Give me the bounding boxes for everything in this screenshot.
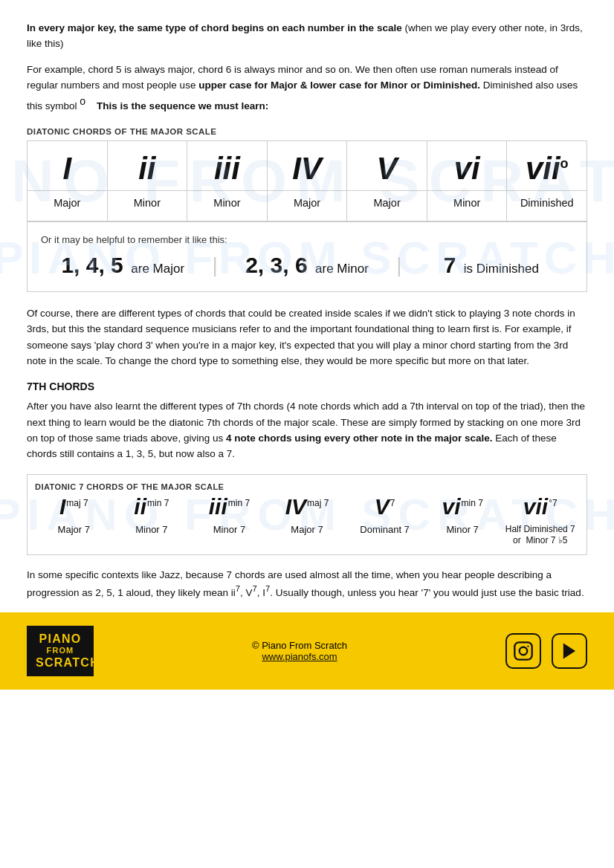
roman-label-4: Major <box>268 191 348 221</box>
seventh-names-row: Major 7 Minor 7 Minor 7 Major 7 Dominant… <box>35 521 579 553</box>
roman-cell-1: I <box>28 141 108 190</box>
hint-minor-type: are Minor <box>315 262 369 276</box>
body-paragraph-2: After you have also learnt the different… <box>27 398 587 461</box>
roman-label-5: Major <box>347 191 427 221</box>
footer-copyright: © Piano From Scratch <box>252 640 347 651</box>
intro-bold-2: upper case for Major & lower case for Mi… <box>198 80 480 91</box>
instagram-icon[interactable] <box>505 633 541 669</box>
roman-label-3: Minor <box>187 191 268 221</box>
hint-major-numbers: 1, 4, 5 <box>61 253 123 277</box>
intro-line2-end: This is the sequence we must learn: <box>97 100 268 111</box>
seventh-roman-vi: vimin 7 <box>442 496 482 518</box>
seventh-numerals-row: Imaj 7 iimin 7 iiimin 7 IVmaj 7 V7 vimin… <box>35 496 579 521</box>
hint-major-type: are Major <box>131 262 184 276</box>
roman-numerals-row: I ii iii IV V vi viio <box>28 141 586 191</box>
logo-scratch: SCRATCH <box>36 655 85 670</box>
seventh-item-3: iiimin 7 <box>190 496 268 518</box>
seventh-section-label: DIATONIC 7 CHORDS OF THE MAJOR SCALE <box>35 482 579 491</box>
hint-minor-numbers: 2, 3, 6 <box>245 253 307 277</box>
seventh-name-1: Major 7 <box>35 524 113 547</box>
intro-bold-1: In every major key, the same type of cho… <box>27 22 402 33</box>
youtube-icon[interactable] <box>552 633 587 669</box>
roman-cell-7: viio <box>507 141 586 190</box>
footnote-paragraph: In some specific contexts like Jazz, bec… <box>27 567 587 612</box>
roman-label-2: Minor <box>108 191 188 221</box>
svg-rect-0 <box>514 642 531 659</box>
seventh-name-7: Half Diminished 7or Minor 7 ♭5 <box>501 524 579 547</box>
footer-center: © Piano From Scratch www.pianofs.com <box>252 640 347 662</box>
seventh-item-4: IVmaj 7 <box>268 496 346 518</box>
seventh-roman-IV: IVmaj 7 <box>285 496 329 518</box>
seventh-sup-1: maj 7 <box>66 498 88 508</box>
footer-website-link[interactable]: www.pianofs.com <box>262 651 337 662</box>
roman-labels-row: Major Minor Minor Major Major Minor Dimi… <box>28 191 586 221</box>
footer-logo: PIANO FROM SCRATCH <box>27 626 94 676</box>
seventh-item-1: Imaj 7 <box>35 496 113 518</box>
roman-numeral-vii: viio <box>526 151 569 186</box>
hint-title: Or it may be helpful to remember it like… <box>41 234 573 245</box>
seventh-name-6: Minor 7 <box>424 524 502 547</box>
seventh-chords-header: 7TH CHORDS <box>27 380 587 392</box>
roman-cell-6: vi <box>427 141 508 190</box>
roman-numeral-V: V <box>377 151 398 186</box>
svg-point-2 <box>527 645 529 647</box>
roman-cell-4: IV <box>268 141 348 190</box>
seventh-name-2: Minor 7 <box>113 524 191 547</box>
roman-numeral-IV: IV <box>292 151 322 186</box>
diminished-symbol: o <box>80 95 85 107</box>
seventh-sup-5: 7 <box>390 498 395 508</box>
body2-bold: 4 note chords using every other note in … <box>226 433 493 444</box>
hint-separator-2: | <box>396 253 401 277</box>
roman-numeral-vi: vi <box>454 151 480 186</box>
body-paragraph-1: Of course, there are different types of … <box>27 305 587 369</box>
seventh-roman-I: Imaj 7 <box>59 496 88 518</box>
seventh-roman-V: V7 <box>375 496 395 518</box>
intro-paragraph-2: For example, chord 5 is always major, ch… <box>27 62 587 114</box>
footer-website: www.pianofs.com <box>252 651 347 662</box>
seventh-item-7: vii°7 <box>501 496 579 518</box>
seventh-sup-7: °7 <box>549 498 557 508</box>
hint-dim-number: 7 <box>444 253 456 277</box>
hint-group-diminished: 7 is Diminished <box>410 253 573 278</box>
roman-numeral-I: I <box>62 151 71 186</box>
roman-cell-2: ii <box>108 141 188 190</box>
seventh-sup-3: min 7 <box>228 498 250 508</box>
hint-separator-1: | <box>212 253 217 277</box>
logo-piano: PIANO <box>36 632 85 646</box>
seventh-sup-2: min 7 <box>147 498 169 508</box>
seventh-chords-box: PIANO FROM SCRATCH DIATONIC 7 CHORDS OF … <box>27 474 587 555</box>
hint-box: PIANO FROM SCRATCH Or it may be helpful … <box>27 221 587 292</box>
footer: PIANO FROM SCRATCH © Piano From Scratch … <box>0 612 614 690</box>
svg-marker-3 <box>563 643 575 658</box>
roman-cell-3: iii <box>187 141 268 190</box>
seventh-name-3: Minor 7 <box>190 524 268 547</box>
seventh-roman-ii: iimin 7 <box>134 496 169 518</box>
seventh-name-4: Major 7 <box>268 524 346 547</box>
roman-label-6: Minor <box>427 191 508 221</box>
seventh-item-6: vimin 7 <box>424 496 502 518</box>
roman-label-7: Diminished <box>507 191 586 221</box>
diatonic-section-label: DIATONIC CHORDS OF THE MAJOR SCALE <box>27 127 587 136</box>
roman-numerals-table: PIANO FROM SCRATCH I ii iii IV V vi viio <box>27 140 587 221</box>
seventh-roman-iii: iiimin 7 <box>209 496 250 518</box>
logo-from: FROM <box>36 646 85 655</box>
hint-group-minor: 2, 3, 6 are Minor <box>225 253 389 278</box>
hint-dim-type: is Diminished <box>464 262 539 276</box>
seventh-name-5: Dominant 7 <box>346 524 424 547</box>
hint-group-major: 1, 4, 5 are Major <box>41 253 204 278</box>
roman-numeral-ii: ii <box>138 151 155 186</box>
dim-sup-symbol: o <box>560 156 569 171</box>
seventh-sup-6: min 7 <box>462 498 483 508</box>
seventh-sup-4: maj 7 <box>307 498 329 508</box>
seventh-item-2: iimin 7 <box>113 496 191 518</box>
roman-cell-5: V <box>347 141 427 190</box>
seventh-roman-vii: vii°7 <box>523 496 558 518</box>
footer-social-icons <box>505 633 587 669</box>
svg-point-1 <box>520 647 528 655</box>
seventh-item-5: V7 <box>346 496 424 518</box>
hint-groups: 1, 4, 5 are Major | 2, 3, 6 are Minor | … <box>41 253 573 278</box>
intro-paragraph-1: In every major key, the same type of cho… <box>27 21 587 52</box>
roman-numeral-iii: iii <box>214 151 240 186</box>
roman-label-1: Major <box>28 191 108 221</box>
